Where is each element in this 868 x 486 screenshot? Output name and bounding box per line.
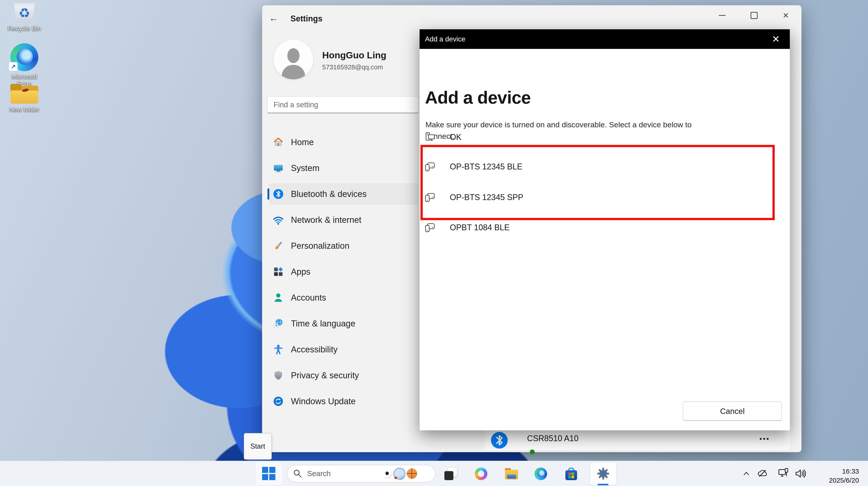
paintbrush-icon [273, 240, 284, 251]
folder-icon [10, 84, 38, 104]
tray-date: 2025/6/20 [829, 476, 859, 485]
task-view-button[interactable] [439, 464, 462, 484]
sidebar-item-apps[interactable]: Apps [269, 261, 418, 282]
maximize-button[interactable] [744, 6, 764, 25]
accessibility-icon [273, 344, 284, 355]
paired-device-name: CSR8510 A10 [527, 434, 579, 443]
sidebar-item-accessibility[interactable]: Accessibility [269, 339, 418, 360]
bluetooth-icon [273, 189, 284, 200]
sidebar-item-accounts[interactable]: Accounts [269, 287, 418, 308]
apps-icon [273, 266, 284, 277]
wifi-icon [273, 214, 284, 225]
search-icon [293, 469, 303, 479]
device-row-op-bts-ble[interactable]: OP-BTS 12345 BLE [420, 154, 771, 179]
recycle-bin-icon: ♻ [13, 3, 35, 23]
phone-tablet-icon [425, 192, 436, 203]
store-icon [565, 467, 577, 480]
edge-button[interactable] [529, 464, 553, 484]
dialog-titlebar: Add a device [420, 29, 790, 49]
monitor-plug-icon [777, 467, 790, 480]
back-button[interactable]: ← [269, 13, 278, 23]
selected-indicator [268, 188, 269, 200]
minimize-icon [719, 15, 725, 16]
find-a-setting-box [267, 96, 419, 113]
add-device-dialog: Add a device ✕ Add a device Make sure yo… [420, 29, 790, 430]
sidebar-item-network-internet[interactable]: Network & internet [269, 209, 418, 231]
tray-chevron-button[interactable] [740, 467, 753, 480]
desktop-icon-microsoft-edge[interactable]: ↗ Microsoft Edge [4, 43, 44, 87]
sidebar-item-personalization[interactable]: Personalization [269, 235, 418, 256]
window-title: Settings [290, 14, 322, 24]
phone-tablet-icon [425, 222, 436, 233]
cancel-button[interactable]: Cancel [683, 401, 782, 421]
sidebar-item-home[interactable]: Home [269, 131, 418, 153]
task-view-icon [444, 467, 457, 480]
settings-app-button[interactable] [590, 462, 617, 485]
windows-logo-icon [262, 467, 276, 480]
sidebar-item-time-language[interactable]: Time & language [269, 313, 418, 334]
minimize-button[interactable] [712, 6, 733, 25]
basketball-icon [407, 468, 417, 479]
update-icon [273, 396, 284, 407]
home-icon [273, 137, 284, 148]
edge-icon: ↗ [10, 43, 38, 71]
display-device-tray-button[interactable] [777, 467, 790, 480]
onedrive-tray-button[interactable] [756, 467, 770, 480]
sidebar-item-windows-update[interactable]: Windows Update [269, 391, 418, 412]
start-tooltip: Start [244, 433, 272, 460]
badminton-icon [392, 466, 407, 481]
taskbar: 16:33 2025/6/20 [0, 461, 868, 486]
taskbar-search-input[interactable] [307, 469, 382, 478]
copilot-icon [475, 467, 487, 480]
phone-tablet-icon [425, 161, 436, 172]
bluetooth-device-icon [491, 432, 508, 449]
person-icon [273, 292, 284, 303]
find-a-setting-input[interactable] [268, 97, 412, 113]
sidebar-item-bluetooth-devices[interactable]: Bluetooth & devices [269, 183, 418, 205]
taskbar-search[interactable] [287, 465, 436, 482]
screen: ♻ Recycle Bin ↗ Microsoft Edge New folde… [0, 0, 868, 486]
tray-time: 16:33 [829, 467, 859, 476]
system-icon [273, 163, 284, 174]
more-options-button[interactable]: ••• [760, 435, 770, 443]
device-row-op-bts-spp[interactable]: OP-BTS 12345 SPP [420, 185, 771, 210]
desktop-icon-new-folder[interactable]: New folder [4, 84, 44, 113]
desktop-icon-label: New folder [4, 106, 44, 113]
maximize-icon [751, 12, 757, 19]
file-explorer-icon [505, 468, 518, 480]
sidebar-item-system[interactable]: System [269, 157, 418, 179]
shortcut-arrow-icon: ↗ [9, 62, 18, 71]
gear-icon [597, 467, 610, 480]
avatar [274, 40, 313, 79]
account-email: 573165928@qq.com [322, 64, 383, 71]
desktop-icon-label: Recycle Bin [4, 25, 44, 32]
desktop-icon-recycle-bin[interactable]: ♻ Recycle Bin [4, 3, 44, 32]
close-button[interactable]: × [775, 6, 796, 25]
pc-monitor-icon [425, 131, 436, 143]
volume-tray-button[interactable] [794, 467, 807, 480]
sidebar-item-privacy-security[interactable]: Privacy & security [269, 365, 418, 386]
start-button[interactable] [256, 462, 282, 485]
globe-clock-icon [273, 318, 284, 329]
edge-icon [534, 467, 547, 480]
shield-icon [273, 370, 284, 381]
account-name: HongGuo Ling [322, 50, 386, 61]
speaker-icon [794, 467, 806, 480]
close-icon: × [783, 10, 789, 20]
tray-clock[interactable]: 16:33 2025/6/20 [829, 467, 859, 485]
chevron-up-icon [742, 469, 751, 478]
dialog-titlebar-title: Add a device [425, 35, 465, 43]
status-dot [530, 450, 535, 454]
dialog-close-button[interactable]: ✕ [767, 29, 785, 49]
cloud-offline-icon [757, 468, 769, 480]
device-row-opbt-ble[interactable]: OPBT 1084 BLE [420, 215, 771, 240]
active-app-indicator [598, 484, 609, 485]
copilot-button[interactable] [469, 464, 493, 484]
dialog-heading: Add a device [425, 87, 531, 108]
soccer-ball-icon [382, 468, 392, 479]
store-button[interactable] [559, 464, 583, 484]
file-explorer-button[interactable] [500, 464, 523, 484]
